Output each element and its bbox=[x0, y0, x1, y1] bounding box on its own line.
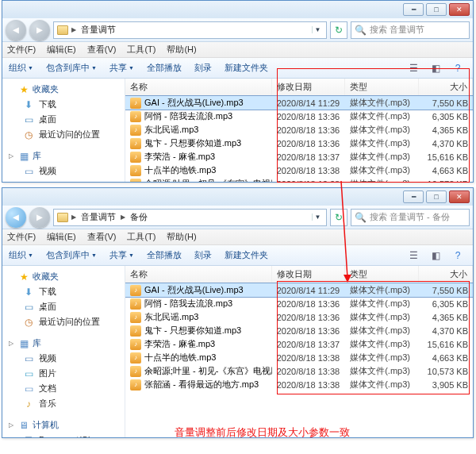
sidebar-videos[interactable]: ▭视频 bbox=[2, 351, 125, 366]
sidebar-drive-d[interactable]: ⊟Document(G) bbox=[2, 433, 125, 437]
tb-share[interactable]: 共享▼ bbox=[109, 249, 134, 261]
breadcrumb[interactable]: 音量调节 bbox=[79, 24, 117, 36]
addressbar[interactable]: ▶ 音量调节▶备份 ▼ bbox=[53, 209, 327, 226]
navbar: ◄ ► ▶ 音量调节▶备份 ▼ ↻ 🔍 搜索 音量调节 - 备份 bbox=[2, 206, 473, 229]
desktop-icon: ▭ bbox=[23, 302, 34, 313]
folder-icon bbox=[57, 213, 68, 222]
sidebar-desktop[interactable]: ▭桌面 bbox=[2, 112, 125, 127]
forward-button[interactable]: ► bbox=[29, 207, 50, 228]
address-dropdown[interactable]: ▼ bbox=[312, 214, 323, 221]
preview-icon[interactable]: ◧ bbox=[427, 248, 444, 263]
file-name: ♪十点半的地铁.mp3 bbox=[125, 164, 272, 176]
tb-organize[interactable]: 组织▼ bbox=[9, 62, 33, 74]
sidebar-computer[interactable]: ▷🖥计算机 bbox=[2, 417, 125, 433]
sidebar-pictures[interactable]: ▭图片 bbox=[2, 179, 125, 182]
maximize-button[interactable]: □ bbox=[426, 3, 447, 16]
tb-newfolder[interactable]: 新建文件夹 bbox=[225, 249, 268, 261]
view-icon[interactable]: ☰ bbox=[405, 248, 422, 263]
tb-playall[interactable]: 全部播放 bbox=[147, 249, 182, 261]
star-icon: ★ bbox=[18, 271, 29, 283]
refresh-button[interactable]: ↻ bbox=[330, 209, 347, 226]
sidebar-recent[interactable]: ◷最近访问的位置 bbox=[2, 314, 125, 329]
minimize-button[interactable]: ━ bbox=[403, 3, 424, 16]
video-icon: ▭ bbox=[23, 353, 34, 364]
menu-file[interactable]: 文件(F) bbox=[7, 231, 36, 243]
menu-help[interactable]: 帮助(H) bbox=[167, 231, 196, 243]
close-button[interactable]: ✕ bbox=[449, 3, 470, 16]
sidebar-music[interactable]: ♪音乐 bbox=[2, 396, 125, 411]
document-icon: ▭ bbox=[23, 383, 34, 394]
back-button[interactable]: ◄ bbox=[6, 207, 26, 228]
sidebar: ★收藏夹 ⬇下载 ▭桌面 ◷最近访问的位置 ▷▦库 ▭视频 ▭图片 ▭文档 ♪音… bbox=[2, 266, 125, 437]
search-icon: 🔍 bbox=[355, 25, 367, 36]
search-input[interactable]: 🔍 搜索 音量调节 bbox=[351, 21, 470, 39]
window-controls: ━ □ ✕ bbox=[403, 190, 470, 203]
menu-tools[interactable]: 工具(T) bbox=[127, 44, 155, 56]
annotation-caption: 音量调整前后修改日期及大小参数一致 bbox=[175, 425, 350, 440]
address-dropdown[interactable]: ▼ bbox=[312, 26, 323, 33]
menu-edit[interactable]: 编辑(E) bbox=[47, 231, 76, 243]
breadcrumb[interactable]: 音量调节▶备份 bbox=[79, 211, 149, 223]
file-name: ♪东北民谣.mp3 bbox=[125, 124, 272, 136]
file-name: ♪李荣浩 - 麻雀.mp3 bbox=[125, 151, 272, 163]
folder-icon bbox=[57, 25, 68, 35]
mp3-icon: ♪ bbox=[130, 298, 141, 310]
library-icon: ▦ bbox=[18, 338, 29, 349]
col-name[interactable]: 名称 bbox=[125, 266, 272, 283]
menu-tools[interactable]: 工具(T) bbox=[127, 231, 155, 243]
sidebar-recent[interactable]: ◷最近访问的位置 bbox=[2, 127, 125, 142]
tb-playall[interactable]: 全部播放 bbox=[147, 62, 182, 74]
search-input[interactable]: 🔍 搜索 音量调节 - 备份 bbox=[351, 209, 470, 226]
col-name[interactable]: 名称 bbox=[125, 79, 272, 95]
sidebar-videos[interactable]: ▭视频 bbox=[2, 164, 125, 179]
forward-button[interactable]: ► bbox=[29, 20, 50, 40]
menu-file[interactable]: 文件(F) bbox=[7, 44, 36, 56]
tb-include[interactable]: 包含到库中▼ bbox=[46, 249, 97, 261]
menu-view[interactable]: 查看(V) bbox=[87, 44, 117, 56]
tb-organize[interactable]: 组织▼ bbox=[9, 249, 33, 261]
drive-icon: ⊟ bbox=[23, 434, 34, 437]
sidebar-desktop[interactable]: ▭桌面 bbox=[2, 299, 125, 314]
file-name: ♪鬼卞 - 只想要你知道.mp3 bbox=[125, 137, 272, 149]
menu-edit[interactable]: 编辑(E) bbox=[47, 44, 76, 56]
chevron-right-icon[interactable]: ▶ bbox=[71, 214, 76, 221]
close-button[interactable]: ✕ bbox=[449, 190, 470, 203]
tb-burn[interactable]: 刻录 bbox=[194, 249, 212, 261]
col-date[interactable]: 修改日期 bbox=[272, 266, 346, 283]
titlebar[interactable]: ━ □ ✕ bbox=[2, 188, 473, 206]
file-name: ♪余昭源;叶里 - 初见-《东宫》电视剧插曲.mp3 bbox=[125, 178, 272, 182]
menu-help[interactable]: 帮助(H) bbox=[167, 44, 196, 56]
file-name: ♪余昭源;叶里 - 初见-《东宫》电视剧插曲.mp3 bbox=[125, 365, 272, 377]
tb-newfolder[interactable]: 新建文件夹 bbox=[225, 62, 268, 74]
sidebar-downloads[interactable]: ⬇下载 bbox=[2, 284, 125, 299]
mp3-icon: ♪ bbox=[130, 179, 141, 183]
minimize-button[interactable]: ━ bbox=[403, 190, 424, 203]
maximize-button[interactable]: □ bbox=[426, 190, 447, 203]
annotation-box-top bbox=[277, 68, 470, 183]
sidebar-pictures[interactable]: ▭图片 bbox=[2, 366, 125, 381]
titlebar[interactable]: ━ □ ✕ bbox=[2, 1, 473, 18]
help-icon[interactable]: ? bbox=[449, 248, 466, 263]
sidebar-docs[interactable]: ▭文档 bbox=[2, 381, 125, 396]
sidebar: ★收藏夹 ⬇下载 ▭桌面 ◷最近访问的位置 ▷▦库 ▭视频 ▭图片 bbox=[2, 79, 125, 182]
refresh-button[interactable]: ↻ bbox=[330, 21, 347, 39]
sidebar-favorites[interactable]: ★收藏夹 bbox=[2, 269, 125, 284]
col-type[interactable]: 类型 bbox=[345, 266, 419, 283]
library-icon: ▦ bbox=[18, 151, 29, 162]
col-size[interactable]: 大小 bbox=[419, 266, 473, 283]
download-icon: ⬇ bbox=[23, 99, 34, 110]
tb-burn[interactable]: 刻录 bbox=[194, 62, 212, 74]
computer-icon: 🖥 bbox=[18, 420, 29, 431]
mp3-icon: ♪ bbox=[130, 312, 141, 323]
sidebar-downloads[interactable]: ⬇下载 bbox=[2, 97, 125, 112]
sidebar-libraries[interactable]: ▷▦库 bbox=[2, 148, 125, 164]
chevron-right-icon[interactable]: ▶ bbox=[71, 26, 76, 33]
sidebar-libraries[interactable]: ▷▦库 bbox=[2, 336, 125, 351]
back-button[interactable]: ◄ bbox=[6, 20, 26, 40]
sidebar-favorites[interactable]: ★收藏夹 bbox=[2, 82, 125, 97]
tb-share[interactable]: 共享▼ bbox=[109, 62, 134, 74]
menu-view[interactable]: 查看(V) bbox=[87, 231, 117, 243]
file-name: ♪张韶涵 - 看得最远的地方.mp3 bbox=[125, 379, 272, 391]
addressbar[interactable]: ▶ 音量调节 ▼ bbox=[53, 21, 327, 39]
tb-include[interactable]: 包含到库中▼ bbox=[46, 62, 97, 74]
